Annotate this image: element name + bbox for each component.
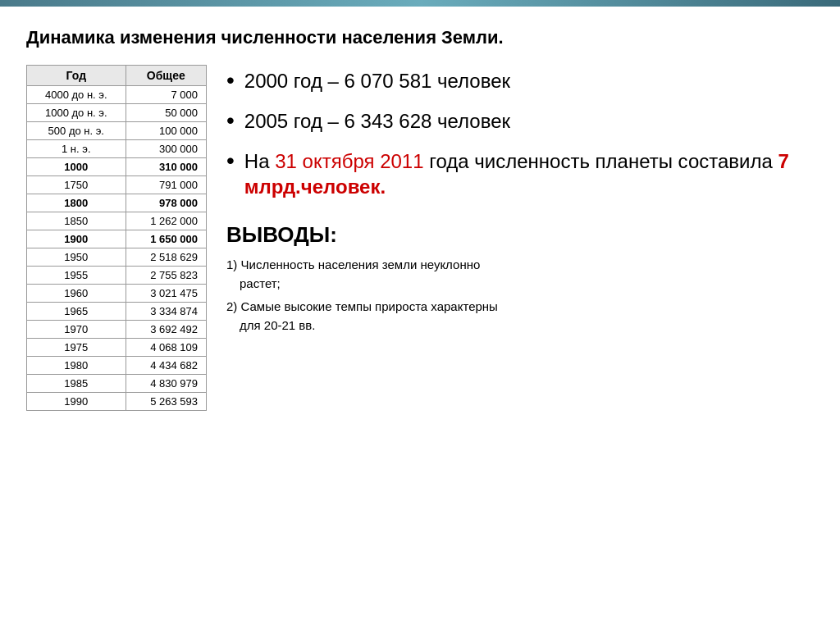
right-section: 2000 год – 6 070 581 человек 2005 год – …: [226, 65, 814, 340]
table-row: 19603 021 475: [27, 284, 207, 302]
table-section: Год Общее 4000 до н. э.7 0001000 до н. э…: [26, 65, 207, 411]
table-cell-year: 1965: [27, 302, 126, 320]
table-row: 19502 518 629: [27, 248, 207, 266]
table-cell-year: 1970: [27, 320, 126, 338]
table-row: 1800978 000: [27, 194, 207, 212]
conclusions-list: 1) Численность населения земли неуклонно…: [226, 256, 814, 335]
table-cell-year: 1955: [27, 266, 126, 284]
col-header-year: Год: [27, 65, 126, 85]
table-row: 19754 068 109: [27, 338, 207, 356]
conclusion-item-1: 1) Численность населения земли неуклонно…: [226, 256, 814, 293]
table-cell-value: 7 000: [126, 85, 206, 103]
conclusion-text-1: Численность населения земли неуклоннорас…: [226, 258, 814, 293]
table-row: 19854 830 979: [27, 374, 207, 392]
conclusions-section: ВЫВОДЫ: 1) Численность населения земли н…: [226, 222, 814, 335]
table-cell-year: 1990: [27, 392, 126, 410]
conclusion-number-1: 1): [226, 258, 241, 271]
table-cell-year: 1975: [27, 338, 126, 356]
table-row: 18501 262 000: [27, 212, 207, 230]
table-row: 1000 до н. э.50 000: [27, 103, 207, 121]
table-cell-year: 1000: [27, 157, 126, 175]
col-header-total: Общее: [126, 65, 206, 85]
table-cell-year: 1750: [27, 175, 126, 194]
table-cell-year: 1985: [27, 374, 126, 392]
table-row: 500 до н. э.100 000: [27, 121, 207, 139]
table-cell-year: 1950: [27, 248, 126, 266]
top-bar: [0, 0, 840, 7]
table-row: 19804 434 682: [27, 356, 207, 374]
bullet-text-1: 2000 год – 6 070 581 человек: [244, 68, 510, 93]
table-cell-value: 4 068 109: [126, 338, 206, 356]
bullet-list: 2000 год – 6 070 581 человек 2005 год – …: [226, 68, 814, 200]
table-row: 19703 692 492: [27, 320, 207, 338]
table-cell-year: 1 н. э.: [27, 139, 126, 157]
bullet-item-1: 2000 год – 6 070 581 человек: [226, 68, 814, 93]
table-cell-value: 2 518 629: [126, 248, 206, 266]
table-row: 19653 334 874: [27, 302, 207, 320]
population-table: Год Общее 4000 до н. э.7 0001000 до н. э…: [26, 65, 207, 411]
table-cell-value: 310 000: [126, 157, 206, 175]
slide-title: Динамика изменения численности населения…: [26, 26, 814, 50]
table-cell-value: 3 334 874: [126, 302, 206, 320]
table-cell-year: 4000 до н. э.: [27, 85, 126, 103]
bullet-text-2: 2005 год – 6 343 628 человек: [244, 108, 510, 134]
table-cell-value: 3 021 475: [126, 284, 206, 302]
bullet-text-3: На 31 октября 2011 года численность план…: [244, 148, 814, 199]
conclusions-title: ВЫВОДЫ:: [226, 222, 814, 248]
table-row: 1000310 000: [27, 157, 207, 175]
table-cell-year: 1800: [27, 194, 126, 212]
table-row: 1750791 000: [27, 175, 207, 194]
bullet-item-3: На 31 октября 2011 года численность план…: [226, 148, 814, 199]
table-cell-value: 1 650 000: [126, 230, 206, 248]
table-cell-year: 1960: [27, 284, 126, 302]
table-cell-value: 1 262 000: [126, 212, 206, 230]
table-cell-value: 791 000: [126, 175, 206, 194]
table-row: 19905 263 593: [27, 392, 207, 410]
conclusion-text-2: Самые высокие темпы прироста характерныд…: [226, 299, 814, 335]
bullet-item-2: 2005 год – 6 343 628 человек: [226, 108, 814, 134]
content-area: Год Общее 4000 до н. э.7 0001000 до н. э…: [26, 65, 814, 411]
table-row: 19552 755 823: [27, 266, 207, 284]
conclusion-item-2: 2) Самые высокие темпы прироста характер…: [226, 298, 814, 335]
table-cell-value: 100 000: [126, 121, 206, 139]
table-cell-year: 1900: [27, 230, 126, 248]
table-cell-year: 1850: [27, 212, 126, 230]
table-cell-value: 4 434 682: [126, 356, 206, 374]
table-cell-value: 3 692 492: [126, 320, 206, 338]
table-cell-value: 2 755 823: [126, 266, 206, 284]
table-row: 19001 650 000: [27, 230, 207, 248]
table-row: 4000 до н. э.7 000: [27, 85, 207, 103]
table-cell-value: 5 263 593: [126, 392, 206, 410]
red-date: 31 октября 2011: [275, 150, 423, 172]
table-cell-year: 500 до н. э.: [27, 121, 126, 139]
table-cell-year: 1000 до н. э.: [27, 103, 126, 121]
table-cell-value: 50 000: [126, 103, 206, 121]
table-cell-value: 978 000: [126, 194, 206, 212]
table-cell-value: 300 000: [126, 139, 206, 157]
table-row: 1 н. э.300 000: [27, 139, 207, 157]
table-cell-year: 1980: [27, 356, 126, 374]
conclusion-number-2: 2): [226, 299, 241, 313]
slide-container: Динамика изменения численности населения…: [0, 7, 840, 629]
table-cell-value: 4 830 979: [126, 374, 206, 392]
